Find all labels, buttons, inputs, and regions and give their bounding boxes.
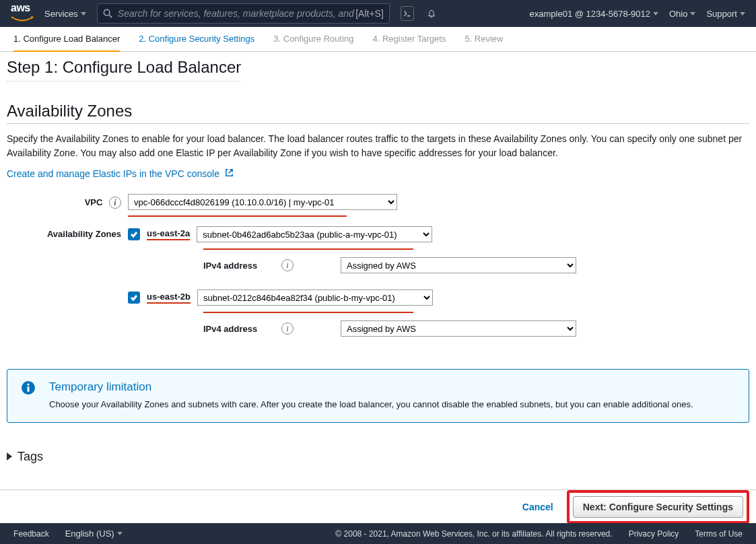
alert-body: Choose your Availability Zones and subne… (49, 398, 693, 411)
svg-rect-4 (28, 386, 30, 392)
vpc-row: VPC i vpc-066dcccf4d8026199 (10.10.0.0/1… (7, 194, 749, 221)
ipv4-select[interactable]: Assigned by AWS (341, 257, 576, 273)
eip-console-link[interactable]: Create and manage Elastic IPs in the VPC… (7, 168, 234, 179)
subnet-select[interactable]: subnet-0212c846b4ea82f34 (public-b-my-vp… (197, 290, 433, 306)
services-menu[interactable]: Services (44, 9, 86, 19)
az-checkbox[interactable] (128, 292, 140, 304)
az-checkbox[interactable] (128, 228, 140, 240)
account-menu[interactable]: example01 @ 1234-5678-9012 (530, 9, 658, 19)
ipv4-label: IPv4 address (203, 261, 271, 271)
wizard-steps: 1. Configure Load Balancer 2. Configure … (0, 27, 756, 52)
section-description: Specify the Availability Zones to enable… (7, 132, 749, 160)
highlight-box: Next: Configure Security Settings (567, 490, 749, 524)
wizard-tab-4: 4. Register Targets (373, 34, 446, 51)
support-menu[interactable]: Support (706, 9, 745, 19)
notifications-icon[interactable] (425, 7, 438, 20)
caret-down-icon (117, 532, 123, 535)
caret-down-icon (740, 12, 745, 15)
caret-right-icon (7, 452, 12, 461)
caret-down-icon (653, 12, 658, 15)
external-link-icon (225, 168, 234, 179)
wizard-tab-2[interactable]: 2. Configure Security Settings (139, 34, 254, 51)
wizard-tab-5: 5. Review (465, 34, 503, 51)
svg-point-3 (27, 383, 29, 385)
global-search[interactable]: Search for services, features, marketpla… (97, 3, 390, 24)
info-icon[interactable]: i (281, 322, 294, 335)
aws-logo[interactable]: aws (11, 2, 34, 25)
global-footer: Feedback English (US) © 2008 - 2021, Ama… (0, 523, 756, 544)
vpc-label: VPC (85, 197, 103, 207)
top-navigation: aws Services Search for services, featur… (0, 0, 756, 27)
region-menu[interactable]: Ohio (669, 9, 695, 19)
section-title-az: Availability Zones (7, 102, 749, 124)
az-label: Availability Zones (7, 226, 128, 239)
info-alert: Temporary limitation Choose your Availab… (7, 369, 749, 423)
search-shortcut: [Alt+S] (355, 8, 384, 19)
info-icon[interactable]: i (281, 259, 294, 271)
alert-title: Temporary limitation (49, 380, 693, 394)
wizard-action-bar: Cancel Next: Configure Security Settings (0, 489, 756, 523)
wizard-tab-1[interactable]: 1. Configure Load Balancer (13, 34, 120, 52)
svg-line-1 (109, 15, 112, 18)
svg-point-0 (104, 9, 110, 15)
az-name: us-east-2b (147, 292, 191, 304)
main-content: Step 1: Configure Load Balancer Availabi… (0, 53, 756, 498)
language-selector[interactable]: English (US) (65, 529, 123, 539)
az-name: us-east-2a (147, 228, 190, 240)
aws-smile-icon (11, 16, 34, 23)
search-placeholder: Search for services, features, marketpla… (118, 8, 354, 19)
ipv4-label: IPv4 address (203, 324, 271, 334)
wizard-tab-3: 3. Configure Routing (273, 34, 353, 51)
az-row: Availability Zones us-east-2a subnet-0b4… (7, 226, 749, 353)
ipv4-row: IPv4 address i Assigned by AWS (203, 257, 749, 273)
info-icon (21, 380, 36, 411)
tags-label: Tags (18, 450, 43, 464)
step-title: Step 1: Configure Load Balancer (7, 53, 241, 81)
tags-section[interactable]: Tags (7, 443, 749, 471)
terms-link[interactable]: Terms of Use (695, 529, 743, 539)
cloudshell-icon[interactable] (401, 6, 414, 21)
cancel-button[interactable]: Cancel (522, 502, 553, 512)
search-icon (103, 9, 112, 18)
copyright-text: © 2008 - 2021, Amazon Web Services, Inc.… (335, 529, 612, 539)
next-button[interactable]: Next: Configure Security Settings (573, 496, 743, 518)
feedback-link[interactable]: Feedback (13, 529, 49, 539)
subnet-select[interactable]: subnet-0b462ad6abc5b23aa (public-a-my-vp… (197, 226, 432, 242)
caret-down-icon (81, 12, 86, 15)
caret-down-icon (690, 12, 695, 15)
az-zone-a: us-east-2a subnet-0b462ad6abc5b23aa (pub… (128, 226, 749, 242)
az-zone-b: us-east-2b subnet-0212c846b4ea82f34 (pub… (128, 290, 749, 306)
privacy-link[interactable]: Privacy Policy (629, 529, 679, 539)
ipv4-select[interactable]: Assigned by AWS (341, 320, 576, 337)
info-icon[interactable]: i (109, 197, 121, 209)
ipv4-row: IPv4 address i Assigned by AWS (203, 320, 749, 337)
